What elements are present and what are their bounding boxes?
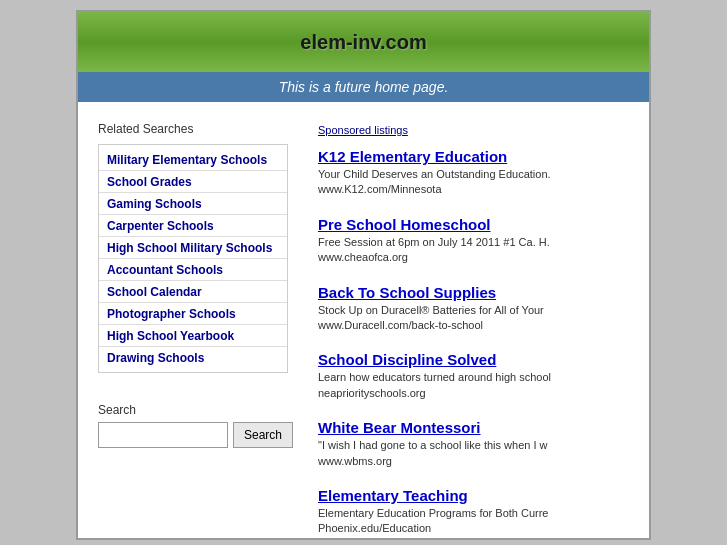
related-link[interactable]: Photographer Schools — [107, 307, 236, 321]
ad-title-5[interactable]: White Bear Montessori — [318, 419, 639, 436]
ad-title-6[interactable]: Elementary Teaching — [318, 487, 639, 504]
ad-desc-5: "I wish I had gone to a school like this… — [318, 438, 639, 469]
related-link[interactable]: School Calendar — [107, 285, 202, 299]
list-item[interactable]: Photographer Schools — [99, 303, 287, 325]
right-column: Sponsored listings K12 Elementary Educat… — [308, 122, 639, 540]
search-label: Search — [98, 403, 288, 417]
ad-item-1: K12 Elementary Education Your Child Dese… — [318, 148, 639, 198]
list-item[interactable]: Drawing Schools — [99, 347, 287, 368]
ad-desc-6: Elementary Education Programs for Both C… — [318, 506, 639, 537]
list-item[interactable]: High School Military Schools — [99, 237, 287, 259]
ad-title-4[interactable]: School Discipline Solved — [318, 351, 639, 368]
related-link[interactable]: High School Military Schools — [107, 241, 272, 255]
related-link[interactable]: Accountant Schools — [107, 263, 223, 277]
ad-item-3: Back To School Supplies Stock Up on Dura… — [318, 284, 639, 334]
ad-item-5: White Bear Montessori "I wish I had gone… — [318, 419, 639, 469]
list-item[interactable]: Carpenter Schools — [99, 215, 287, 237]
ad-desc-2: Free Session at 6pm on July 14 2011 #1 C… — [318, 235, 639, 266]
list-item[interactable]: Military Elementary Schools — [99, 149, 287, 171]
content-area: Related Searches Military Elementary Sch… — [78, 102, 649, 540]
left-column: Related Searches Military Elementary Sch… — [98, 122, 288, 540]
related-link[interactable]: Carpenter Schools — [107, 219, 214, 233]
ad-title-3[interactable]: Back To School Supplies — [318, 284, 639, 301]
ad-item-6: Elementary Teaching Elementary Education… — [318, 487, 639, 537]
list-item[interactable]: School Calendar — [99, 281, 287, 303]
browser-frame: elem-inv.com This is a future home page.… — [76, 10, 651, 540]
ad-title-2[interactable]: Pre School Homeschool — [318, 216, 639, 233]
related-link[interactable]: High School Yearbook — [107, 329, 234, 343]
sponsored-listings-link[interactable]: Sponsored listings — [318, 124, 408, 136]
related-link[interactable]: Drawing Schools — [107, 351, 204, 365]
list-item[interactable]: School Grades — [99, 171, 287, 193]
ad-desc-3: Stock Up on Duracell® Batteries for All … — [318, 303, 639, 334]
search-section: Search Search — [98, 403, 288, 448]
ad-item-4: School Discipline Solved Learn how educa… — [318, 351, 639, 401]
related-link[interactable]: Gaming Schools — [107, 197, 202, 211]
search-input[interactable] — [98, 422, 228, 448]
related-link[interactable]: School Grades — [107, 175, 192, 189]
site-title: elem-inv.com — [300, 31, 426, 54]
related-searches-label: Related Searches — [98, 122, 288, 136]
search-row: Search — [98, 422, 288, 448]
list-item[interactable]: Accountant Schools — [99, 259, 287, 281]
list-item[interactable]: High School Yearbook — [99, 325, 287, 347]
ad-title-1[interactable]: K12 Elementary Education — [318, 148, 639, 165]
list-item[interactable]: Gaming Schools — [99, 193, 287, 215]
related-link[interactable]: Military Elementary Schools — [107, 153, 267, 167]
ad-desc-1: Your Child Deserves an Outstanding Educa… — [318, 167, 639, 198]
ad-desc-4: Learn how educators turned around high s… — [318, 370, 639, 401]
search-button[interactable]: Search — [233, 422, 293, 448]
header-blue: This is a future home page. — [78, 72, 649, 102]
ad-item-2: Pre School Homeschool Free Session at 6p… — [318, 216, 639, 266]
subtitle: This is a future home page. — [279, 79, 449, 95]
header-green: elem-inv.com — [78, 12, 649, 72]
related-searches-list: Military Elementary Schools School Grade… — [98, 144, 288, 373]
